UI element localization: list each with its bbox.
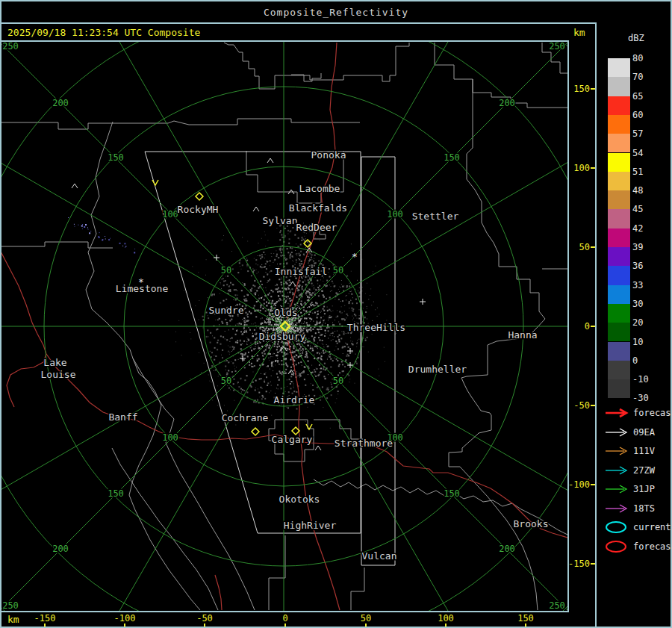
colorbar-cell — [608, 361, 630, 379]
check-marker — [152, 180, 158, 185]
city-label: Ponoka — [311, 149, 346, 161]
ring-distance-label: 50 — [221, 376, 231, 386]
colorbar-cell — [608, 58, 630, 77]
city-label: Calgary — [272, 434, 313, 445]
ring-distance-label: 150 — [108, 152, 124, 163]
bottom-axis-tick-label: 150 — [517, 613, 534, 624]
right-axis-tick-label: 100 — [573, 163, 590, 173]
colorbar-cell — [608, 266, 630, 285]
track-ellipse-icon — [604, 541, 631, 553]
colorbar-boundary-label: 57 — [632, 128, 643, 139]
city-label: Hanna — [508, 329, 537, 341]
legend-vector-row: 31JP — [604, 483, 655, 495]
track-arrow-icon — [604, 464, 631, 476]
ring-distance-label: 100 — [162, 432, 178, 443]
colorbar-boundary-label: 10 — [632, 337, 643, 347]
colorbar-cell — [608, 323, 630, 341]
city-label: Strathmore — [335, 438, 393, 449]
colorbar-boundary-label: 39 — [632, 242, 643, 252]
colorbar-boundary-label: -30 — [632, 393, 649, 403]
caret-marker — [72, 184, 78, 188]
colorbar-cell — [608, 342, 630, 361]
ring-distance-label: 200 — [52, 98, 69, 108]
county-boundary-line — [269, 535, 285, 610]
city-label: Lake — [43, 357, 66, 368]
radar-map-display[interactable]: 5050505010010010010015015015015020020020… — [1, 40, 569, 612]
right-distance-axis: 150100500-50-100-150 — [570, 42, 595, 609]
colorbar-boundary-label: 51 — [632, 167, 643, 177]
track-arrow-icon — [604, 407, 631, 419]
bottom-axis-tick-label: 100 — [438, 613, 454, 624]
colorbar-boundary-label: 33 — [632, 280, 643, 290]
track-arrow-icon — [604, 483, 631, 495]
legend-ellipse-row: forecast — [604, 541, 672, 553]
county-boundary-line — [112, 448, 218, 610]
city-label: Lacombe — [299, 183, 340, 194]
city-label: Limestone — [116, 283, 169, 294]
city-label: HighRiver — [284, 520, 337, 531]
colorbar-boundary-label: 70 — [632, 72, 643, 82]
legend-vector-row: 111V — [604, 445, 655, 457]
colorbar-cell — [608, 247, 630, 266]
legend-vector-label: 18TS — [633, 503, 655, 514]
ring-distance-label: 150 — [108, 488, 124, 499]
legend-vector-label: forecast — [633, 408, 672, 418]
right-axis-tick-label: -100 — [568, 479, 590, 490]
title-bar: Composite_Reflectivity — [1, 1, 671, 24]
ring-distance-label: 250 — [549, 600, 565, 611]
station-diamond-marker — [252, 428, 259, 435]
caret-marker — [267, 158, 273, 163]
ring-distance-label: 250 — [2, 600, 19, 611]
track-arrow-icon — [604, 426, 631, 438]
right-axis-tick-label: -150 — [568, 559, 590, 569]
colorbar-cell — [608, 209, 630, 228]
plus-marker — [420, 299, 426, 305]
bottom-axis-tick-mark — [525, 624, 526, 628]
bottom-axis-tick-label: -100 — [114, 613, 136, 624]
city-label: ThreeHills — [347, 322, 405, 333]
legend-ellipse-label: current — [633, 522, 671, 532]
county-boundary-line — [351, 568, 364, 610]
colorbar-cell — [608, 172, 630, 190]
city-label: Innisfail — [275, 266, 327, 277]
legend-vector-row: 09EA — [604, 426, 655, 438]
city-label: Louise — [41, 369, 76, 380]
colorbar-cell — [608, 379, 630, 398]
colorbar-cell — [608, 115, 630, 134]
track-arrow-icon — [604, 503, 631, 514]
caret-marker — [253, 207, 259, 211]
colorbar-boundary-label: 80 — [632, 53, 643, 63]
legend-vector-label: 27ZW — [633, 465, 655, 476]
bottom-axis-tick-mark — [445, 624, 447, 628]
city-label: Vulcan — [362, 550, 397, 562]
colorbar-cell — [608, 153, 630, 172]
star-marker: * — [352, 251, 358, 262]
right-axis-tick-label: -50 — [573, 400, 590, 411]
window-title: Composite_Reflectivity — [264, 7, 408, 18]
county-boundary-line — [1, 119, 360, 129]
colorbar-boundary-label: -10 — [632, 374, 649, 385]
legend-ellipse-row: current — [604, 521, 671, 533]
legend-vector-row: 27ZW — [604, 464, 655, 476]
city-label: Sylvan — [263, 215, 298, 226]
city-label: Drumheller — [408, 364, 467, 375]
radar-map-canvas: 5050505010010010010015015015015020020020… — [1, 42, 567, 611]
colorbar-boundary-label: 45 — [632, 204, 643, 214]
county-boundary-line — [449, 79, 545, 610]
colorbar-boundary-label: 36 — [632, 261, 643, 271]
county-boundary-line — [314, 420, 363, 439]
colorbar-boundary-label: 42 — [632, 223, 643, 234]
track-arrow-icon — [604, 445, 631, 457]
right-axis-tick-label: 50 — [579, 242, 590, 252]
highway-line — [7, 354, 46, 407]
radar-application-window: Composite_Reflectivity 2025/09/18 11:23:… — [0, 0, 672, 628]
right-axis-unit-label: km — [573, 27, 585, 38]
ring-distance-label: 100 — [387, 209, 403, 220]
city-label: RockyMH — [178, 204, 219, 215]
bottom-axis-tick-label: -50 — [196, 613, 213, 624]
legend-vector-row: forecast — [604, 407, 672, 419]
colorbar-boundary-label: 20 — [632, 317, 643, 328]
colorbar-boundary-label: 54 — [632, 148, 643, 158]
city-label: Blackfalds — [289, 202, 347, 214]
ring-distance-label: 150 — [444, 488, 460, 499]
